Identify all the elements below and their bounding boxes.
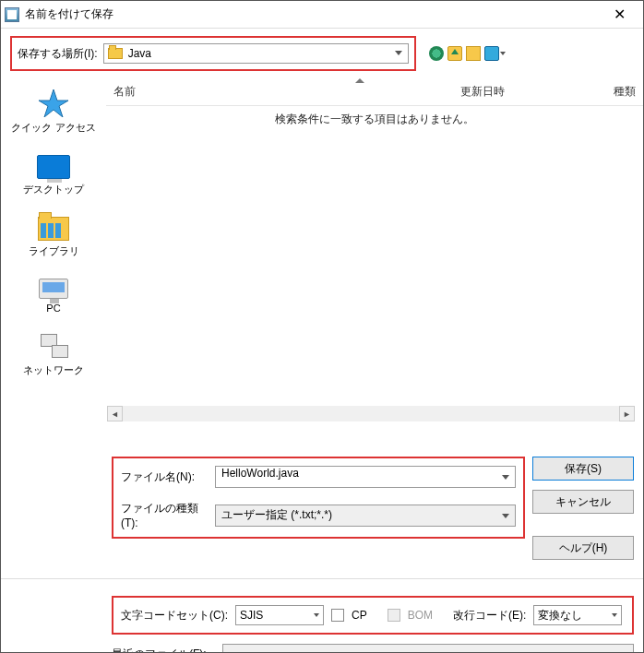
new-folder-icon[interactable] [466,46,481,61]
chevron-down-icon [502,514,509,518]
sidebar-item-label: ライブラリ [29,244,79,258]
sidebar-item-label: デスクトップ [23,183,84,196]
titlebar: 名前を付けて保存 ✕ [1,1,643,29]
nav-toolbar [429,46,508,61]
encoding-value: SJIS [240,609,263,622]
up-folder-icon[interactable] [447,46,462,61]
pc-icon [39,279,68,299]
filename-input[interactable]: HelloWorld.java [215,466,516,488]
close-icon[interactable]: ✕ [599,2,639,28]
chevron-down-icon [395,51,402,55]
cp-label: CP [352,609,367,622]
empty-message: 検索条件に一致する項目はありません。 [106,106,643,127]
encoding-highlight: 文字コードセット(C): SJIS CP BOM 改行コード(E): 変換なし [112,596,634,635]
encoding-label: 文字コードセット(C): [121,608,228,623]
newline-value: 変換なし [538,608,582,623]
sidebar-item-quick-access[interactable]: クイック アクセス [11,88,95,135]
chevron-down-icon [314,613,319,617]
scroll-right-icon[interactable]: ► [619,406,635,421]
sidebar-item-network[interactable]: ネットワーク [23,334,84,377]
file-list[interactable]: 名前 更新日時 種類 検索条件に一致する項目はありません。 [106,78,643,447]
recent-files-select[interactable] [222,644,634,653]
filename-label: ファイル名(N): [121,469,206,485]
column-date[interactable]: 更新日時 [460,84,590,100]
chevron-down-icon [612,613,617,617]
desktop-icon [37,155,70,179]
view-mode-icon[interactable] [484,46,499,61]
chevron-down-icon[interactable] [502,475,509,480]
newline-label: 改行コード(E): [453,608,526,623]
encoding-select[interactable]: SJIS [235,605,324,625]
column-headers[interactable]: 名前 更新日時 種類 [106,78,643,106]
sidebar-item-label: PC [46,303,60,314]
sort-indicator-icon [355,78,364,83]
horizontal-scrollbar[interactable]: ◄ ► [107,406,635,421]
filetype-value: ユーザー指定 (*.txt;*.*) [221,507,332,523]
back-icon[interactable] [429,46,444,61]
location-value: Java [128,47,151,60]
location-combo[interactable]: Java [103,43,409,64]
cp-checkbox[interactable] [331,609,344,622]
filetype-label: ファイルの種類(T): [121,501,206,529]
svg-marker-0 [39,89,68,117]
filename-value: HelloWorld.java [221,467,299,480]
sidebar-item-pc[interactable]: PC [39,279,68,314]
cancel-button[interactable]: キャンセル [532,490,634,514]
quick-access-icon [39,88,68,117]
app-icon [5,7,19,22]
column-name[interactable]: 名前 [113,84,460,100]
filename-highlight: ファイル名(N): HelloWorld.java ファイルの種類(T): ユー… [112,457,525,539]
folder-icon [108,48,123,59]
bom-checkbox [388,609,400,622]
filetype-select[interactable]: ユーザー指定 (*.txt;*.*) [215,505,516,527]
sidebar-item-label: ネットワーク [23,363,84,377]
divider [1,578,643,579]
scroll-left-icon[interactable]: ◄ [107,406,123,421]
column-type[interactable]: 種類 [590,84,636,100]
location-highlight: 保存する場所(I): Java [10,36,416,71]
network-icon [39,334,68,360]
save-button[interactable]: 保存(S) [532,457,634,481]
location-label: 保存する場所(I): [18,46,98,62]
libraries-icon [38,217,69,241]
sidebar-item-libraries[interactable]: ライブラリ [29,217,79,258]
newline-select[interactable]: 変換なし [533,605,622,625]
sidebar-item-label: クイック アクセス [11,121,95,135]
help-button[interactable]: ヘルプ(H) [532,536,634,560]
sidebar-item-desktop[interactable]: デスクトップ [23,155,84,196]
scroll-track[interactable] [123,406,619,421]
window-title: 名前を付けて保存 [25,6,599,22]
places-sidebar: クイック アクセス デスクトップ ライブラリ PC ネットワーク [1,78,106,447]
bom-label: BOM [408,609,433,622]
recent-files-label: 最近のファイル(F): [112,647,213,654]
